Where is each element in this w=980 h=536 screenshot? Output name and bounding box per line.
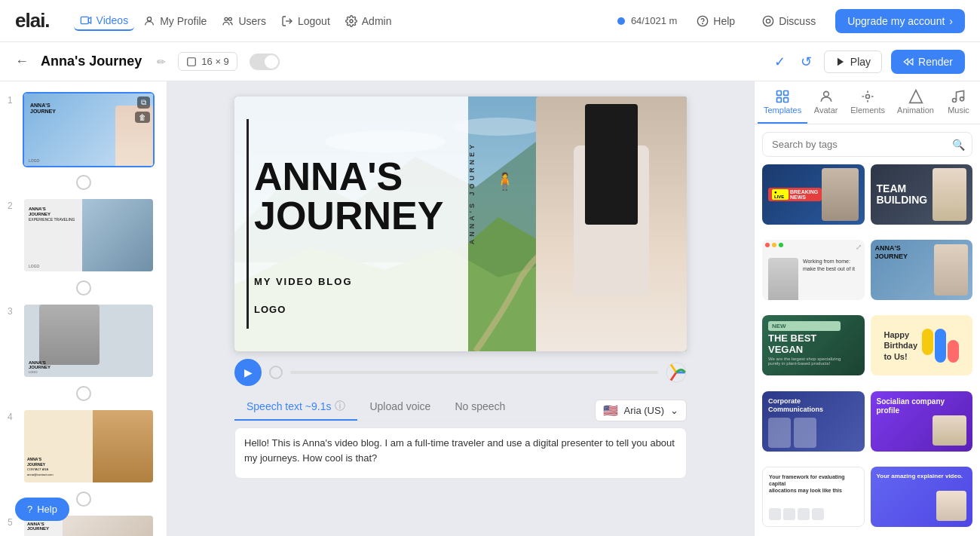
slide-item-4[interactable]: 4 ANNA'SJOURNEYCONTACT ANAanna@contact.c… <box>0 404 167 489</box>
template-corporate-comm[interactable]: CorporateCommunications <box>762 391 865 452</box>
slide-number-5: 5 <box>8 517 18 528</box>
slide1-circle <box>76 175 91 190</box>
template-best-vegan[interactable]: NEW THE BESTVEGAN We are the largest sho… <box>762 315 865 375</box>
toggle-switch[interactable] <box>250 54 280 70</box>
tab-music[interactable]: Music <box>940 81 977 124</box>
canvas-play-button[interactable]: ▶ <box>234 359 262 386</box>
search-box: 🔍 <box>762 132 972 157</box>
aspect-ratio-selector[interactable]: 16 × 9 <box>178 52 237 71</box>
canvas-border-line <box>247 119 249 329</box>
check-button[interactable]: ✓ <box>771 51 789 73</box>
slide-thumb-4[interactable]: ANNA'SJOURNEYCONTACT ANAanna@contact.com <box>23 409 155 484</box>
toggle-track[interactable] <box>250 54 280 70</box>
canvas-logo: LOGO <box>254 304 286 315</box>
help-button[interactable]: Help <box>689 11 743 32</box>
template-anna-journey[interactable]: ANNA'SJOURNEY <box>871 240 973 300</box>
search-input[interactable] <box>762 132 972 157</box>
slide5-text: ANNA'SJOURNEY <box>27 522 49 531</box>
slide1-logo: LOGO <box>29 158 39 163</box>
fw-icon-3 <box>798 508 810 520</box>
play-icon <box>835 57 846 67</box>
slide-copy-button-1[interactable]: ⧉ <box>137 96 150 109</box>
project-title: Anna's Journey <box>41 54 142 69</box>
google-icon <box>666 362 687 383</box>
svg-point-6 <box>350 20 353 23</box>
edit-title-icon[interactable]: ✏ <box>157 56 166 68</box>
speech-tabs-row: Speech text ~9.1s ⓘ Upload voice No spee… <box>234 394 687 427</box>
slide3-logo: LOGO <box>29 370 38 374</box>
canvas-avatar <box>536 96 687 351</box>
tab-avatar[interactable]: Avatar <box>807 81 844 124</box>
subheader-right: ✓ ↺ Play Render <box>771 50 965 74</box>
template-explainer[interactable]: Your amazing explainer video. <box>871 467 973 527</box>
template-team-building[interactable]: TEAMBUILDING <box>871 164 973 225</box>
svg-rect-23 <box>784 91 789 96</box>
nav-videos[interactable]: Videos <box>74 11 135 31</box>
nav-my-profile[interactable]: My Profile <box>137 12 213 30</box>
speech-tab-none[interactable]: No speech <box>443 394 517 421</box>
nav-users[interactable]: Users <box>216 12 272 30</box>
speech-textarea[interactable]: Hello! This is Anna's video blog. I am a… <box>234 427 687 479</box>
tab-elements[interactable]: Elements <box>844 81 891 124</box>
nav-admin[interactable]: Admin <box>339 12 398 30</box>
fw-icon-2 <box>783 508 795 520</box>
upgrade-button[interactable]: Upgrade my account › <box>835 9 965 33</box>
canvas-subtitle: MY VIDEO BLOG <box>254 276 353 287</box>
speech-tab-text[interactable]: Speech text ~9.1s ⓘ <box>234 394 357 421</box>
voice-selector[interactable]: 🇺🇸 Aria (US) ⌄ <box>595 400 687 421</box>
undo-button[interactable]: ↺ <box>798 51 815 73</box>
discuss-button[interactable]: Discuss <box>755 11 823 32</box>
vegan-text-block: NEW THE BESTVEGAN We are the largest sho… <box>768 321 841 366</box>
svg-point-4 <box>229 17 232 20</box>
mountain-figure: 🧍 <box>495 172 515 191</box>
right-panel: Templates Avatar Elements Animation Musi… <box>754 81 980 536</box>
tab-templates[interactable]: Templates <box>758 81 807 124</box>
slide-item-2[interactable]: 2 ANNA'SJOURNEYEXPERIENCE TRAVELING LOGO <box>0 193 167 277</box>
template-icon <box>775 89 790 104</box>
discuss-icon <box>762 15 774 27</box>
canvas-text-section: ANNA'S JOURNEY MY VIDEO BLOG LOGO ANNA'S… <box>234 96 468 351</box>
play-button[interactable]: Play <box>824 51 882 73</box>
wfh-avatar <box>768 258 798 300</box>
slide-item-3[interactable]: 3 ANNA'SJOURNEY LOGO <box>0 299 167 383</box>
canvas-frame[interactable]: ANNA'S JOURNEY MY VIDEO BLOG LOGO ANNA'S… <box>234 96 687 351</box>
slides-panel: 1 ANNA'SJOURNEY LOGO ⧉ 🗑 2 <box>0 81 167 536</box>
framework-icons <box>769 508 858 520</box>
slide4-person <box>93 410 153 482</box>
template-social-company[interactable]: Socialian companyprofile <box>871 391 973 452</box>
animation-icon <box>908 89 923 104</box>
slide-thumb-3[interactable]: ANNA'SJOURNEY LOGO <box>23 303 155 378</box>
nav-logout[interactable]: Logout <box>275 12 336 30</box>
breaking-avatar <box>822 168 858 221</box>
header-right: 64/1021 m Help Discuss Upgrade my accoun… <box>617 9 965 33</box>
svg-marker-13 <box>904 58 908 64</box>
slide-delete-button-1[interactable]: 🗑 <box>135 112 150 123</box>
speech-tab-upload[interactable]: Upload voice <box>357 394 443 421</box>
help-floating-button[interactable]: ? Help <box>15 498 69 521</box>
slide-number-4: 4 <box>8 412 18 422</box>
template-work-from-home[interactable]: Working from home:make the best out of i… <box>762 240 865 300</box>
help-icon <box>697 15 709 27</box>
slide2-logo: LOGO <box>29 264 39 268</box>
main-nav: Videos My Profile Users Logout Admin <box>74 11 398 31</box>
render-button[interactable]: Render <box>891 50 965 74</box>
corp-avatar-2 <box>794 418 816 448</box>
template-breaking-news[interactable]: ● LIVE BREAKINGNEWS <box>762 164 865 225</box>
progress-bar[interactable] <box>290 371 658 374</box>
slide-item-1[interactable]: 1 ANNA'SJOURNEY LOGO ⧉ 🗑 <box>0 87 167 172</box>
back-button[interactable]: ← <box>15 54 29 69</box>
template-happy-birthday[interactable]: HappyBirthdayto Us! <box>871 315 973 375</box>
render-icon <box>903 57 914 67</box>
svg-rect-25 <box>784 98 789 103</box>
corporate-text: CorporateCommunications <box>768 397 859 415</box>
slide3-circle <box>76 386 91 401</box>
canvas-record-button[interactable] <box>269 366 283 379</box>
svg-point-3 <box>225 17 228 20</box>
template-framework[interactable]: Your framework for evaluating capitalall… <box>762 467 865 527</box>
svg-point-26 <box>823 91 828 96</box>
tab-animation[interactable]: Animation <box>891 81 940 124</box>
video-icon <box>80 14 92 26</box>
toggle-knob <box>265 55 278 69</box>
slide-thumb-1[interactable]: ANNA'SJOURNEY LOGO ⧉ 🗑 <box>23 92 155 167</box>
slide-thumb-2[interactable]: ANNA'SJOURNEYEXPERIENCE TRAVELING LOGO <box>23 198 155 273</box>
